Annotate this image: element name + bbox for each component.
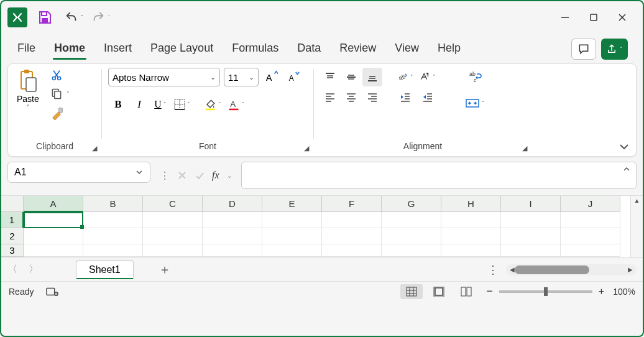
- row-header[interactable]: 2: [1, 228, 24, 244]
- underline-button[interactable]: U˅: [150, 95, 170, 114]
- align-right-button[interactable]: [362, 88, 382, 106]
- row-header[interactable]: 1: [1, 212, 24, 228]
- tab-insert[interactable]: Insert: [103, 38, 133, 60]
- window-minimize-button[interactable]: [551, 5, 579, 30]
- comments-button[interactable]: [571, 39, 596, 60]
- merge-center-button[interactable]: ˅: [462, 94, 487, 113]
- font-size-select[interactable]: 11⌄: [224, 68, 259, 86]
- redo-dropdown-caret[interactable]: ˅: [108, 14, 111, 21]
- column-header[interactable]: F: [322, 196, 382, 212]
- decrease-indent-button[interactable]: [395, 88, 416, 106]
- formula-more-icon[interactable]: ⋮: [158, 168, 172, 183]
- column-header[interactable]: B: [83, 196, 143, 212]
- tab-review[interactable]: Review: [338, 38, 377, 60]
- column-header[interactable]: G: [382, 196, 441, 212]
- wrap-text-button[interactable]: abc: [462, 68, 487, 86]
- italic-button[interactable]: I: [129, 95, 149, 114]
- formula-input[interactable]: [241, 162, 637, 189]
- fill-color-button[interactable]: ˅: [201, 95, 224, 114]
- cancel-formula-button[interactable]: [175, 169, 189, 182]
- column-header[interactable]: D: [203, 196, 262, 212]
- column-header[interactable]: I: [501, 196, 561, 212]
- zoom-slider[interactable]: [499, 290, 592, 293]
- add-sheet-button[interactable]: ＋: [159, 261, 171, 278]
- next-sheet-button[interactable]: 〉: [29, 263, 39, 276]
- orientation-button[interactable]: ab˅: [395, 68, 416, 86]
- tab-help[interactable]: Help: [436, 38, 462, 60]
- zoom-level[interactable]: 100%: [613, 287, 635, 297]
- prev-sheet-button[interactable]: 〈: [7, 263, 17, 276]
- name-box[interactable]: A1: [7, 162, 150, 183]
- cut-button[interactable]: [48, 68, 72, 83]
- increase-font-size-button[interactable]: A: [262, 69, 281, 85]
- column-header[interactable]: C: [143, 196, 203, 212]
- align-left-button[interactable]: [320, 88, 340, 106]
- align-middle-button[interactable]: [341, 68, 361, 86]
- svg-text:¶: ¶: [426, 72, 429, 77]
- svg-rect-7: [26, 78, 36, 91]
- scroll-thumb[interactable]: [515, 265, 589, 274]
- undo-dropdown-caret[interactable]: ˅: [81, 14, 84, 21]
- horizontal-scrollbar[interactable]: ◀ ▶: [506, 264, 637, 275]
- save-button[interactable]: [35, 7, 55, 27]
- macro-record-icon[interactable]: [46, 286, 58, 297]
- select-all-corner[interactable]: [1, 196, 24, 212]
- status-ready: Ready: [9, 287, 34, 297]
- column-header[interactable]: E: [262, 196, 322, 212]
- collapse-ribbon-button[interactable]: [619, 141, 630, 152]
- decrease-font-size-button[interactable]: A: [285, 69, 303, 85]
- align-top-button[interactable]: [320, 68, 340, 86]
- scroll-up-icon[interactable]: ▲: [633, 196, 642, 205]
- copy-button[interactable]: ˅: [48, 86, 72, 101]
- zoom-out-button[interactable]: −: [486, 285, 493, 298]
- svg-rect-11: [54, 91, 60, 99]
- alignment-launcher-icon[interactable]: ◢: [522, 144, 527, 152]
- row-header[interactable]: 3: [1, 244, 24, 257]
- increase-indent-button[interactable]: [417, 88, 438, 106]
- enter-formula-button[interactable]: [193, 169, 206, 182]
- insert-function-button[interactable]: fx: [210, 168, 221, 182]
- cells-area[interactable]: [24, 212, 630, 257]
- tab-view[interactable]: View: [393, 38, 420, 60]
- clipboard-launcher-icon[interactable]: ◢: [92, 144, 97, 152]
- sheet-options-icon[interactable]: ⋮: [487, 263, 499, 277]
- svg-text:A: A: [230, 99, 236, 109]
- font-launcher-icon[interactable]: ◢: [304, 144, 309, 152]
- tab-page-layout[interactable]: Page Layout: [149, 38, 214, 60]
- share-button[interactable]: ˅: [601, 39, 628, 60]
- zoom-thumb[interactable]: [544, 287, 548, 296]
- tab-file[interactable]: File: [16, 38, 37, 60]
- undo-button[interactable]: ˅: [61, 8, 88, 27]
- zoom-in-button[interactable]: +: [599, 286, 604, 297]
- vertical-scrollbar[interactable]: ▲: [630, 196, 643, 257]
- paste-label: Paste: [17, 94, 39, 104]
- page-layout-view-button[interactable]: [428, 284, 450, 299]
- group-font: Aptos Narrow⌄ 11⌄ A A B I U˅ ˅ ˅ A˅ Font…: [102, 64, 313, 156]
- align-bottom-button[interactable]: [362, 68, 382, 86]
- show-formatting-button[interactable]: ¶˅: [417, 68, 438, 86]
- window-close-button[interactable]: [608, 5, 637, 30]
- svg-rect-6: [24, 70, 29, 73]
- page-break-view-button[interactable]: [455, 284, 477, 299]
- font-name-select[interactable]: Aptos Narrow⌄: [108, 68, 220, 86]
- font-color-button[interactable]: A˅: [225, 95, 247, 114]
- column-header[interactable]: J: [561, 196, 620, 212]
- group-clipboard: Paste ˅ ˅ Clipboard ◢: [8, 64, 101, 156]
- paste-button[interactable]: Paste ˅: [14, 68, 42, 112]
- fx-dropdown-icon[interactable]: ⌄: [225, 171, 234, 180]
- tab-home[interactable]: Home: [53, 38, 86, 60]
- window-maximize-button[interactable]: [579, 5, 608, 30]
- format-painter-button[interactable]: [48, 105, 72, 121]
- column-header[interactable]: A: [24, 196, 83, 212]
- borders-button[interactable]: ˅: [172, 95, 193, 114]
- expand-formula-bar-button[interactable]: [622, 165, 631, 173]
- normal-view-button[interactable]: [400, 284, 423, 299]
- sheet-tab[interactable]: Sheet1: [76, 261, 134, 279]
- align-center-button[interactable]: [341, 88, 361, 106]
- redo-button[interactable]: ˅: [88, 8, 114, 27]
- column-header[interactable]: H: [441, 196, 501, 212]
- bold-button[interactable]: B: [108, 95, 128, 114]
- scroll-right-icon[interactable]: ▶: [627, 265, 634, 274]
- tab-formulas[interactable]: Formulas: [231, 38, 280, 60]
- tab-data[interactable]: Data: [296, 38, 322, 60]
